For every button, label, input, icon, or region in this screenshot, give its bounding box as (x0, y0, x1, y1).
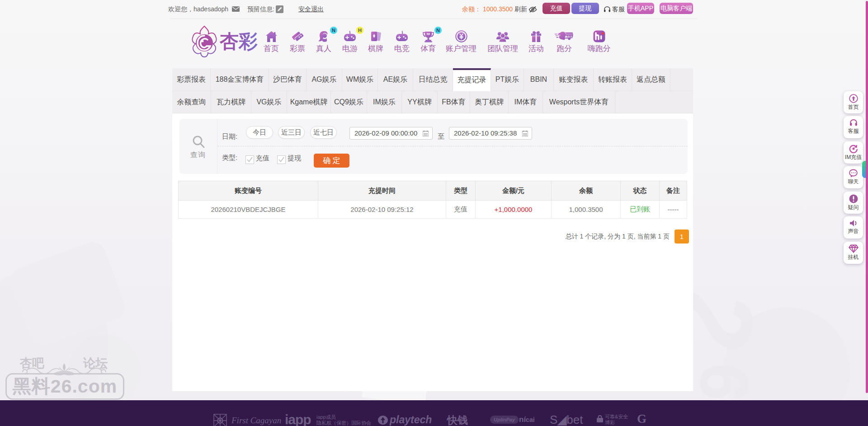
svg-text:跑分王: 跑分王 (565, 35, 573, 38)
